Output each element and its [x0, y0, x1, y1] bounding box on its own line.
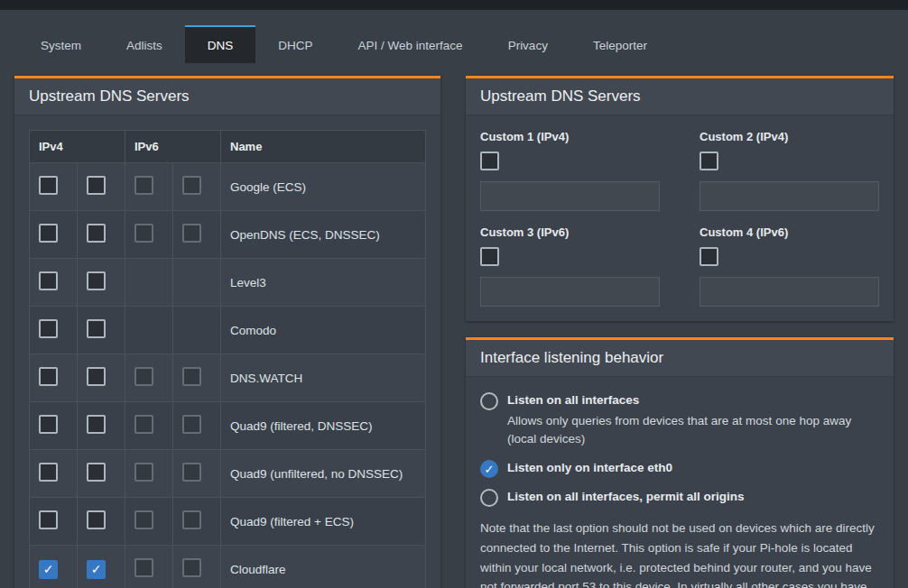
tab-adlists[interactable]: Adlists	[104, 25, 185, 63]
upstream-dns-table-panel: Upstream DNS Servers IPv4 IPv6 Name Goog…	[14, 76, 440, 588]
custom2-label: Custom 2 (IPv4)	[700, 130, 879, 143]
top-bar	[0, 0, 908, 10]
ipv6-checkbox[interactable]	[182, 176, 201, 195]
option-description: Allows only queries from devices that ar…	[507, 412, 879, 450]
ipv6-checkbox[interactable]	[134, 510, 153, 529]
ipv6-checkbox[interactable]	[182, 367, 201, 386]
table-header-row: IPv4 IPv6 Name	[30, 131, 426, 163]
ipv4-checkbox[interactable]	[87, 319, 106, 338]
custom-dns-field-1: Custom 1 (IPv4)	[480, 130, 660, 211]
ipv4-checkbox[interactable]	[39, 560, 58, 579]
dns-provider-name: OpenDNS (ECS, DNSSEC)	[221, 211, 426, 259]
dns-provider-name: Cloudflare	[221, 546, 426, 588]
dns-provider-name: Quad9 (unfiltered, no DNSSEC)	[221, 450, 426, 498]
ipv6-checkbox[interactable]	[134, 415, 153, 434]
ipv4-checkbox[interactable]	[39, 510, 58, 529]
table-row: Google (ECS)	[30, 163, 426, 211]
custom1-checkbox[interactable]	[480, 152, 499, 170]
listen-all-interfaces-radio[interactable]	[480, 392, 498, 410]
custom2-checkbox[interactable]	[700, 152, 718, 170]
tab-dns[interactable]: DNS	[185, 25, 256, 63]
custom1-label: Custom 1 (IPv4)	[480, 130, 660, 143]
ipv4-checkbox[interactable]	[87, 510, 106, 529]
custom-dns-field-2: Custom 2 (IPv4)	[700, 130, 879, 211]
ipv4-checkbox[interactable]	[87, 176, 106, 195]
ipv4-checkbox[interactable]	[87, 271, 106, 290]
table-row: Cloudflare	[30, 546, 426, 588]
ipv4-checkbox[interactable]	[39, 415, 58, 434]
table-row: Quad9 (filtered + ECS)	[30, 498, 426, 546]
custom-dns-panel-title: Upstream DNS Servers	[466, 78, 894, 115]
table-row: Comodo	[30, 307, 426, 354]
column-header-ipv6: IPv6	[125, 131, 221, 163]
interface-panel-title: Interface listening behavior	[466, 340, 894, 377]
ipv4-checkbox[interactable]	[39, 176, 58, 195]
custom4-label: Custom 4 (IPv6)	[700, 225, 879, 239]
ipv6-checkbox[interactable]	[182, 510, 201, 529]
ipv6-checkbox[interactable]	[182, 224, 201, 243]
dns-provider-name: Level3	[221, 259, 426, 307]
listen-eth0-radio[interactable]	[480, 460, 498, 478]
custom4-checkbox[interactable]	[700, 247, 718, 266]
upstream-dns-table: IPv4 IPv6 Name Google (ECS)OpenDNS (ECS,…	[29, 130, 426, 588]
option-label: Listen on all interfaces	[507, 391, 879, 409]
custom3-input[interactable]	[480, 277, 660, 307]
ipv6-checkbox[interactable]	[182, 415, 201, 434]
option-listen-all-interfaces: Listen on all interfaces Allows only que…	[480, 391, 879, 449]
settings-tab-bar: System Adlists DNS DHCP API / Web interf…	[0, 10, 908, 63]
ipv6-checkbox[interactable]	[134, 176, 153, 195]
ipv4-checkbox[interactable]	[87, 463, 106, 482]
custom-dns-panel: Upstream DNS Servers Custom 1 (IPv4) Cus…	[466, 76, 894, 321]
option-listen-all-origins: Listen on all interfaces, permit all ori…	[480, 488, 879, 507]
tab-api-web-interface[interactable]: API / Web interface	[336, 25, 486, 63]
custom-dns-field-4: Custom 4 (IPv6)	[700, 225, 879, 307]
ipv6-checkbox[interactable]	[182, 463, 201, 482]
ipv6-checkbox[interactable]	[134, 224, 153, 243]
ipv4-checkbox[interactable]	[39, 367, 58, 386]
custom1-input[interactable]	[480, 181, 660, 211]
ipv4-checkbox[interactable]	[87, 560, 106, 579]
tab-dhcp[interactable]: DHCP	[255, 25, 335, 63]
column-header-name: Name	[221, 131, 426, 163]
ipv6-checkbox[interactable]	[134, 558, 153, 577]
custom3-checkbox[interactable]	[480, 247, 499, 266]
listening-behavior-note: Note that the last option should not be …	[480, 519, 879, 588]
ipv4-checkbox[interactable]	[39, 319, 58, 338]
content-area: Upstream DNS Servers IPv4 IPv6 Name Goog…	[0, 63, 908, 588]
option-listen-eth0: Listen only on interface eth0	[480, 459, 879, 478]
ipv4-checkbox[interactable]	[39, 224, 58, 243]
ipv6-checkbox[interactable]	[134, 367, 153, 386]
table-row: Quad9 (filtered, DNSSEC)	[30, 402, 426, 450]
ipv6-checkbox[interactable]	[134, 463, 153, 482]
custom-dns-field-3: Custom 3 (IPv6)	[480, 225, 660, 307]
dns-provider-name: Quad9 (filtered, DNSSEC)	[221, 402, 426, 450]
tab-teleporter[interactable]: Teleporter	[570, 25, 670, 63]
ipv4-checkbox[interactable]	[39, 271, 58, 290]
ipv4-checkbox[interactable]	[87, 367, 106, 386]
option-label: Listen only on interface eth0	[507, 459, 879, 477]
table-row: Level3	[30, 259, 426, 307]
dns-provider-name: Google (ECS)	[221, 163, 426, 211]
dns-provider-name: Comodo	[221, 307, 426, 354]
dns-provider-name: Quad9 (filtered + ECS)	[221, 498, 426, 546]
upstream-table-body: Google (ECS)OpenDNS (ECS, DNSSEC)Level3C…	[30, 163, 426, 588]
column-header-ipv4: IPv4	[30, 131, 125, 163]
custom3-label: Custom 3 (IPv6)	[480, 225, 660, 239]
custom2-input[interactable]	[700, 181, 879, 211]
tab-system[interactable]: System	[18, 25, 104, 63]
table-row: DNS.WATCH	[30, 354, 426, 402]
ipv4-checkbox[interactable]	[87, 224, 106, 243]
option-label: Listen on all interfaces, permit all ori…	[507, 488, 879, 506]
ipv4-checkbox[interactable]	[87, 415, 106, 434]
table-row: Quad9 (unfiltered, no DNSSEC)	[30, 450, 426, 498]
listen-all-origins-radio[interactable]	[480, 489, 498, 507]
ipv4-checkbox[interactable]	[39, 463, 58, 482]
upstream-table-panel-title: Upstream DNS Servers	[14, 78, 440, 115]
interface-listening-panel: Interface listening behavior Listen on a…	[466, 337, 894, 588]
table-row: OpenDNS (ECS, DNSSEC)	[30, 211, 426, 259]
ipv6-checkbox[interactable]	[182, 558, 201, 577]
dns-provider-name: DNS.WATCH	[221, 354, 426, 402]
custom4-input[interactable]	[700, 277, 879, 307]
tab-privacy[interactable]: Privacy	[486, 25, 570, 63]
